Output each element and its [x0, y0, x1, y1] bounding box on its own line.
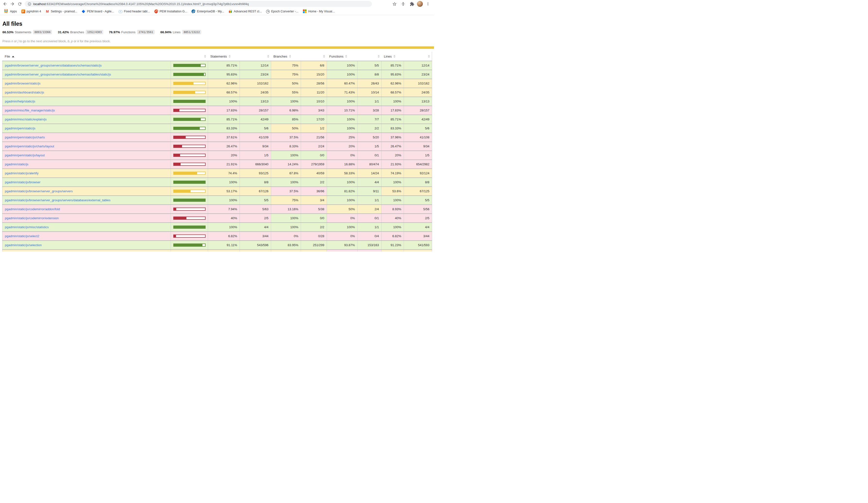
file-link[interactable]: pgadmin/misc/file_manager/static/js — [5, 109, 55, 112]
column-header-bar-sorter[interactable] — [171, 52, 208, 61]
toolbar-right — [391, 0, 432, 7]
column-header-branches[interactable]: Branches — [271, 52, 301, 61]
column-header-label: Lines — [384, 55, 392, 58]
file-link[interactable]: pgadmin/pem/static/js/layout — [5, 153, 45, 157]
coverage-bar-fill — [174, 64, 201, 66]
extensions-button[interactable] — [408, 0, 415, 7]
bookmark-item[interactable]: EnterpriseDB - My... — [189, 9, 226, 14]
lines-pct-cell: 6.82% — [382, 232, 404, 240]
sort-icon[interactable] — [378, 55, 380, 58]
back-button[interactable] — [1, 0, 9, 7]
page-info-icon[interactable] — [28, 2, 31, 6]
statements-ratio-cell: 5/5 — [240, 196, 271, 205]
branches-ratio-cell: 2/2 — [301, 223, 327, 232]
sort-icon[interactable] — [345, 55, 347, 58]
file-link[interactable]: pgadmin/browser/server_groups/servers/da… — [5, 64, 102, 67]
file-link[interactable]: pgadmin/help/static/js — [5, 100, 35, 103]
file-link[interactable]: pgadmin/browser/server_groups/servers/da… — [5, 73, 111, 76]
file-link[interactable]: pgadmin/dashboard/static/js — [5, 91, 44, 94]
profile-avatar[interactable] — [417, 1, 423, 7]
column-header-file[interactable]: File — [2, 52, 171, 61]
table-row: pgadmin/static/js/select26.82%3/440%0/28… — [2, 232, 432, 240]
file-link[interactable]: pgadmin/static/js/codemirror/addon/fold — [5, 207, 60, 211]
url-bar[interactable]: localhost:63342/PEM/web/coverage/Chrome%… — [25, 1, 372, 7]
lines-pct-cell: 37.96% — [382, 133, 404, 142]
lines-pct-cell: 100% — [382, 223, 404, 232]
bookmark-item[interactable]: Apps — [2, 9, 19, 14]
bookmark-item[interactable]: ∞Fixed header tabl... — [116, 9, 152, 14]
bookmark-item[interactable]: Advanced REST cl... — [226, 9, 264, 14]
table-row: pgadmin/static/js/browser/server_groups/… — [2, 196, 432, 205]
lines-ratio-cell: 28/157 — [404, 106, 432, 115]
functions-pct-cell: 20% — [327, 142, 358, 151]
statements-pct-cell: 53.17% — [208, 187, 240, 196]
branches-ratio-cell: 28/56 — [301, 79, 327, 88]
bookmark-item[interactable]: PEM Installation G... — [152, 9, 189, 14]
file-link[interactable]: pgadmin/static/js/browser/server_groups/… — [5, 198, 111, 202]
functions-ratio-cell: 8/8 — [358, 70, 382, 79]
coverage-table: File Statements Branches Functions Lines… — [2, 52, 432, 252]
column-header-branches-ratio-sorter[interactable] — [301, 52, 327, 61]
file-link[interactable]: pgadmin/static/js/select2 — [5, 234, 39, 238]
table-row: pgadmin/static/js/codemirror/addon/fold7… — [2, 205, 432, 214]
column-header-lines-ratio-sorter[interactable] — [404, 52, 432, 61]
bookmark-item[interactable]: MSettings - pramod... — [43, 9, 79, 14]
kebab-menu-icon — [426, 2, 430, 6]
sort-icon[interactable] — [428, 55, 430, 58]
statements-pct-cell: 100% — [208, 196, 240, 205]
statements-pct-cell: 83.33% — [208, 124, 240, 133]
functions-pct-cell: 100% — [327, 124, 358, 133]
jira-icon — [82, 9, 85, 13]
bookmark-item[interactable]: PpgAdmin 4 — [19, 9, 43, 14]
bookmark-label: Fixed header tabl... — [124, 10, 150, 13]
functions-pct-cell: 100% — [327, 115, 358, 124]
file-link[interactable]: pgadmin/browser/static/js — [5, 82, 41, 85]
functions-ratio-cell: 1/1 — [358, 196, 382, 205]
sort-icon[interactable] — [393, 55, 395, 58]
column-header-lines[interactable]: Lines — [382, 52, 404, 61]
extension-ruler-button[interactable] — [400, 0, 407, 7]
browser-menu-button[interactable] — [424, 0, 432, 7]
file-link[interactable]: pgadmin/misc/static/explain/js — [5, 117, 46, 121]
bookmark-item[interactable]: Epoch Converter -... — [264, 9, 300, 14]
lines-pct-cell: 83.33% — [382, 124, 404, 133]
file-link[interactable]: pgadmin/static/js — [5, 162, 28, 166]
branches-pct-cell: 83.95% — [271, 240, 301, 249]
column-header-functions-ratio-sorter[interactable] — [358, 52, 382, 61]
functions-ratio-cell: 4/4 — [358, 178, 382, 187]
column-header-functions[interactable]: Functions — [327, 52, 358, 61]
branches-pct-cell: 8.33% — [271, 142, 301, 151]
bookmark-star-button[interactable] — [391, 0, 398, 7]
summary-percent: 66.53% — [2, 30, 13, 34]
file-cell: pgadmin/dashboard/static/js — [2, 88, 171, 97]
sort-icon[interactable] — [229, 55, 230, 58]
statements-ratio-cell: 28/157 — [240, 106, 271, 115]
branches-pct-cell: 100% — [271, 178, 301, 187]
file-link[interactable]: pgadmin/static/js/alertify — [5, 171, 39, 175]
bookmark-item[interactable]: Home - My Visual... — [300, 9, 337, 14]
column-header-statements[interactable]: Statements — [208, 52, 240, 61]
file-cell: pgadmin/static/js/selection — [2, 240, 171, 249]
sort-icon[interactable] — [204, 55, 206, 58]
statements-ratio-cell: 3/44 — [240, 232, 271, 240]
file-link[interactable]: pgadmin/static/js/misc/statistics — [5, 225, 49, 229]
file-link[interactable]: pgadmin/pem/static/js/charts — [5, 135, 45, 139]
file-link[interactable]: pgadmin/static/js/codemirror/extension — [5, 216, 59, 220]
summary-label: Lines — [173, 30, 180, 34]
coverage-bar-fill — [174, 244, 203, 246]
file-link[interactable]: pgadmin/static/js/browser/server_groups/… — [5, 189, 73, 193]
sort-icon[interactable] — [289, 55, 291, 58]
branches-ratio-cell: 21/56 — [301, 133, 327, 142]
file-link[interactable]: pgadmin/pem/static/js/charts/layout — [5, 144, 54, 148]
sort-icon[interactable] — [267, 55, 269, 58]
functions-pct-cell: 100% — [327, 97, 358, 106]
branches-ratio-cell: 251/299 — [301, 240, 327, 249]
file-link[interactable]: pgadmin/pem/static/js — [5, 126, 35, 130]
file-link[interactable]: pgadmin/static/js/browser — [5, 181, 41, 184]
column-header-statements-ratio-sorter[interactable] — [240, 52, 271, 61]
sort-icon[interactable] — [323, 55, 325, 58]
bookmark-item[interactable]: PEM board - Agile... — [79, 9, 116, 14]
reload-button[interactable] — [16, 0, 23, 7]
forward-button[interactable] — [9, 0, 16, 7]
file-link[interactable]: pgadmin/static/js/selection — [5, 243, 42, 247]
